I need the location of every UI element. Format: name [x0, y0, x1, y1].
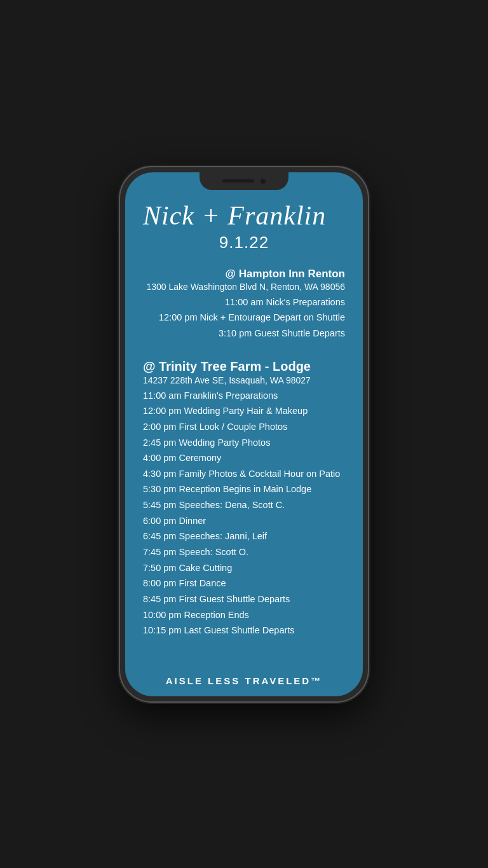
camera — [261, 179, 266, 184]
venue1-name: @ Hampton Inn Renton — [143, 268, 345, 280]
venue1-address: 1300 Lake Washington Blvd N, Renton, WA … — [143, 282, 345, 292]
venue2-schedule-2: 2:00 pm First Look / Couple Photos — [143, 419, 345, 435]
brand-text: AISLE LESS TRAVELED™ — [132, 675, 356, 686]
venue2-schedule-6: 5:30 pm Reception Begins in Main Lodge — [143, 481, 345, 497]
venue2-name: @ Trinity Tree Farm - Lodge — [143, 359, 345, 374]
venue2-address: 14237 228th Ave SE, Issaquah, WA 98027 — [143, 375, 345, 385]
footer: AISLE LESS TRAVELED™ — [125, 668, 363, 696]
content-area[interactable]: Nick + Franklin 9.1.22 @ Hampton Inn Ren… — [125, 172, 363, 668]
venue2-block: @ Trinity Tree Farm - Lodge 14237 228th … — [143, 359, 345, 638]
title-date: 9.1.22 — [143, 233, 345, 252]
speaker — [222, 179, 254, 183]
venue2-schedule-0: 11:00 am Franklin's Preparations — [143, 388, 345, 404]
venue2-schedule-7: 5:45 pm Speeches: Dena, Scott C. — [143, 497, 345, 513]
venue1-schedule-1: 12:00 pm Nick + Entourage Depart on Shut… — [143, 310, 345, 326]
title-script: Nick + Franklin — [143, 201, 345, 230]
venue2-schedule-10: 7:45 pm Speech: Scott O. — [143, 544, 345, 560]
venue2-schedule-1: 12:00 pm Wedding Party Hair & Makeup — [143, 403, 345, 419]
venue2-schedule-14: 10:00 pm Reception Ends — [143, 607, 345, 623]
venue1-schedule-0: 11:00 am Nick's Preparations — [143, 294, 345, 310]
phone-frame: Nick + Franklin 9.1.22 @ Hampton Inn Ren… — [120, 167, 368, 701]
phone-screen: Nick + Franklin 9.1.22 @ Hampton Inn Ren… — [125, 172, 363, 696]
venue1-schedule-2: 3:10 pm Guest Shuttle Departs — [143, 326, 345, 341]
venue2-schedule-15: 10:15 pm Last Guest Shuttle Departs — [143, 623, 345, 638]
venue2-schedule-5: 4:30 pm Family Photos & Cocktail Hour on… — [143, 466, 345, 482]
venue2-schedule-3: 2:45 pm Wedding Party Photos — [143, 435, 345, 451]
venue2-schedule-9: 6:45 pm Speeches: Janni, Leif — [143, 528, 345, 544]
venue2-schedule-11: 7:50 pm Cake Cutting — [143, 560, 345, 576]
venue2-schedule-4: 4:00 pm Ceremony — [143, 450, 345, 466]
notch — [200, 172, 288, 190]
venue2-schedule-12: 8:00 pm First Dance — [143, 575, 345, 591]
venue2-schedule-8: 6:00 pm Dinner — [143, 513, 345, 529]
venue2-schedule-13: 8:45 pm First Guest Shuttle Departs — [143, 591, 345, 607]
venue1-block: @ Hampton Inn Renton 1300 Lake Washingto… — [143, 268, 345, 341]
